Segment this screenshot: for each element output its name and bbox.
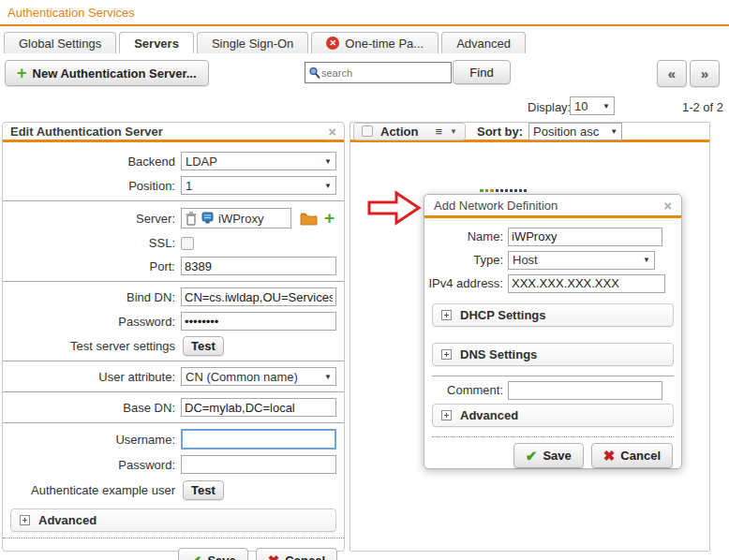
browse-folder-button[interactable] [300,212,318,226]
dialog-header: Add Network Definition × [424,195,681,218]
base-dn-row: Base DN: [3,395,344,420]
expand-plus-icon[interactable] [441,410,452,420]
authenticate-example-user-label: Authenticate example user [3,483,181,497]
backend-row: Backend LDAP ▼ [3,149,344,173]
ssl-checkbox[interactable] [181,237,194,250]
action-label: Action [380,125,418,139]
dialog-advanced-expander[interactable]: Advanced [432,404,674,427]
chevrons-right-icon: » [701,66,708,81]
add-network-definition-dialog: Add Network Definition × Name: Type: Hos… [424,194,682,469]
edit-authentication-server-panel: Edit Authentication Server × Backend LDA… [2,122,345,552]
add-server-plus-icon[interactable]: + [324,212,335,225]
ipv4-row: IPv4 address: [424,272,681,295]
separator [3,281,344,282]
test-server-settings-label: Test server settings [3,339,181,353]
sort-by-label: Sort by: [477,125,523,139]
ipv4-address-input[interactable] [508,274,665,293]
tab-label: One-time Pa... [345,37,424,51]
cancel-button[interactable]: ✖ Cancel [256,548,337,560]
page-size-select[interactable]: 10 ▼ [570,96,615,115]
save-button[interactable]: ✔ Save [178,548,248,560]
result-range-text: 1-2 of 2 [671,100,723,114]
authenticate-example-row: Authenticate example user Test [3,477,344,503]
header-accent-rule [0,24,729,26]
position-row: Position: 1 ▼ [3,173,344,198]
chevron-down-icon: ▼ [603,102,610,111]
search-input[interactable] [321,67,448,79]
tab-global-settings[interactable]: Global Settings [4,32,116,53]
dialog-cancel-button[interactable]: ✖ Cancel [591,443,673,468]
tab-one-time-passwords[interactable]: ✕ One-time Pa... [311,32,439,53]
server-field[interactable]: iWProxy [181,208,291,228]
dialog-save-button[interactable]: ✔ Save [513,443,584,468]
check-icon: ✔ [190,553,202,560]
cancel-label: Cancel [285,553,325,560]
bind-dn-input[interactable] [181,287,336,306]
name-input[interactable] [508,228,662,246]
test-server-button[interactable]: Test [183,336,224,356]
tab-single-sign-on[interactable]: Single Sign-On [197,32,308,53]
dhcp-settings-expander[interactable]: DHCP Settings [432,303,674,327]
user-attribute-label: User attribute: [3,370,181,384]
expand-plus-icon[interactable] [441,310,452,320]
advanced-expander[interactable]: Advanced [10,508,336,532]
expand-plus-icon[interactable] [441,349,452,360]
comment-label: Comment: [424,383,508,397]
base-dn-label: Base DN: [3,401,181,415]
type-select[interactable]: Host ▼ [508,251,655,270]
page-size-value: 10 [574,99,588,113]
close-icon[interactable]: × [328,125,336,139]
user-attribute-value: CN (Common name) [186,370,298,384]
ipv4-address-label: IPv4 address: [424,276,508,290]
bind-password-input[interactable] [181,312,336,331]
save-label: Save [543,449,571,463]
tab-bar: Global Settings Servers Single Sign-On ✕… [4,32,526,53]
previous-page-button[interactable]: « [657,60,687,87]
dialog-title: Add Network Definition [434,199,663,213]
advanced-label: Advanced [460,408,518,422]
dns-settings-expander[interactable]: DNS Settings [432,343,674,366]
select-all-checkbox[interactable] [362,125,373,137]
sort-value: Position asc [533,125,599,139]
form-buttons: ✔ Save ✖ Cancel [3,544,344,560]
base-dn-input[interactable] [181,398,336,417]
search-icon [308,66,321,80]
dotted-separator [3,538,344,538]
red-arrow-callout-icon [367,189,422,227]
tab-label: Advanced [456,37,511,51]
save-label: Save [207,553,235,560]
expand-plus-icon[interactable] [20,515,30,525]
backend-select[interactable]: LDAP ▼ [181,152,336,170]
separator [3,200,344,201]
check-icon: ✔ [526,448,538,464]
panel-header: Edit Authentication Server × [3,123,344,142]
ssl-row: SSL: [3,232,344,254]
port-input[interactable] [181,257,336,275]
example-password-input[interactable] [181,455,336,474]
chevron-down-icon: ▼ [324,373,332,381]
username-input[interactable] [181,429,336,449]
authenticate-test-button[interactable]: Test [183,480,224,500]
comment-input[interactable] [508,381,662,400]
user-attribute-select[interactable]: CN (Common name) ▼ [181,367,336,386]
username-row: Username: [3,426,344,452]
new-authentication-server-button[interactable]: + New Authentication Server... [5,60,209,86]
trash-icon[interactable] [186,212,197,226]
bind-password-row: Password: [3,309,344,333]
dns-settings-label: DNS Settings [460,347,537,361]
cancel-label: Cancel [620,449,661,463]
tab-advanced[interactable]: Advanced [441,32,526,53]
sort-select[interactable]: Position asc ▼ [528,123,622,140]
search-box[interactable] [305,62,452,83]
plus-icon: + [17,66,27,80]
tab-servers[interactable]: Servers [119,32,194,53]
find-button[interactable]: Find [453,60,511,84]
display-label: Display: [528,100,571,114]
port-row: Port: [3,254,344,278]
next-page-button[interactable]: » [690,60,720,87]
position-label: Position: [3,179,181,193]
action-menu-button[interactable]: Action ≡ ▼ [353,123,466,140]
close-icon[interactable]: × [663,199,672,213]
tab-label: Single Sign-On [212,37,293,51]
position-select[interactable]: 1 ▼ [181,176,336,195]
